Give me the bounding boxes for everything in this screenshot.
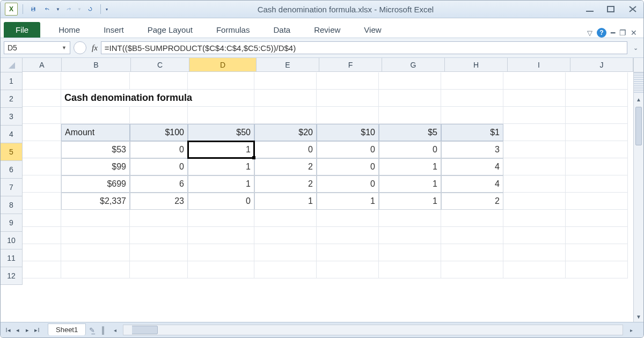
formula-input[interactable]: =INT(($B5-SUMPRODUCT($C$4:C$4,$C5:C5))/D… <box>101 41 627 54</box>
fx-icon[interactable]: fx <box>92 43 98 53</box>
vertical-scrollbar[interactable]: ▲ ▼ <box>633 58 643 322</box>
cell[interactable] <box>441 107 503 124</box>
scroll-thumb[interactable] <box>635 107 642 145</box>
cell[interactable] <box>566 141 628 158</box>
maximize-icon[interactable] <box>605 4 618 14</box>
table-cell[interactable]: 2 <box>254 158 317 175</box>
cell[interactable] <box>188 210 254 227</box>
cell[interactable] <box>317 90 379 107</box>
cell[interactable] <box>23 107 61 124</box>
column-header[interactable]: F <box>319 58 382 72</box>
table-cell[interactable]: 0 <box>317 141 379 158</box>
cell[interactable] <box>379 90 441 107</box>
table-cell[interactable]: $699 <box>61 175 130 193</box>
cell[interactable] <box>566 193 628 210</box>
table-cell[interactable]: 0 <box>317 175 379 193</box>
fill-handle-icon[interactable] <box>252 156 255 159</box>
column-header[interactable]: H <box>445 58 508 72</box>
cell[interactable] <box>441 244 503 261</box>
file-tab[interactable]: File <box>4 22 40 38</box>
table-cell[interactable]: 1 <box>379 193 441 210</box>
cell[interactable] <box>130 227 188 244</box>
row-header[interactable]: 2 <box>1 90 23 108</box>
table-cell[interactable]: 3 <box>441 141 503 158</box>
repeat-icon[interactable] <box>85 4 96 14</box>
cell[interactable] <box>441 210 503 227</box>
undo-icon[interactable] <box>42 4 53 14</box>
table-cell[interactable]: 1 <box>188 175 254 193</box>
cell[interactable] <box>61 210 130 227</box>
cell[interactable] <box>566 107 628 124</box>
cell[interactable] <box>379 107 441 124</box>
cell[interactable] <box>441 90 503 107</box>
formula-bar-expand-icon[interactable]: ⌄ <box>631 45 640 52</box>
horizontal-scrollbar[interactable] <box>123 325 623 335</box>
cell[interactable] <box>379 244 441 261</box>
cell[interactable] <box>379 72 441 90</box>
cell[interactable] <box>61 72 130 90</box>
row-header[interactable]: 12 <box>1 267 23 285</box>
cell[interactable] <box>23 72 61 90</box>
table-cell[interactable]: 1 <box>254 193 317 210</box>
cell[interactable] <box>254 210 317 227</box>
save-icon[interactable] <box>28 4 39 14</box>
table-header-cell[interactable]: $50 <box>188 124 254 141</box>
sheet-last-icon[interactable]: ▸І <box>33 325 41 335</box>
table-cell[interactable]: $53 <box>61 141 130 158</box>
table-cell[interactable]: 1 <box>188 158 254 175</box>
cell[interactable] <box>254 261 317 278</box>
cell[interactable] <box>566 227 628 244</box>
row-header[interactable]: 3 <box>1 108 23 126</box>
cell[interactable] <box>130 210 188 227</box>
cell[interactable] <box>503 90 566 107</box>
workbook-close-icon[interactable]: ✕ <box>631 28 637 37</box>
cell[interactable] <box>23 210 61 227</box>
row-header[interactable]: 8 <box>1 196 23 214</box>
cell[interactable] <box>317 244 379 261</box>
cell[interactable] <box>566 124 628 141</box>
tab-home[interactable]: Home <box>47 22 92 38</box>
cell[interactable] <box>379 210 441 227</box>
cell[interactable] <box>566 210 628 227</box>
cell[interactable] <box>254 90 317 107</box>
cell[interactable] <box>317 261 379 278</box>
row-header[interactable]: 11 <box>1 249 23 267</box>
cell[interactable] <box>61 261 130 278</box>
tab-data[interactable]: Data <box>261 22 302 38</box>
redo-icon[interactable] <box>63 4 74 14</box>
cell[interactable] <box>566 261 628 278</box>
cell[interactable] <box>254 227 317 244</box>
table-cell[interactable]: 2 <box>441 193 503 210</box>
row-header[interactable]: 10 <box>1 232 23 249</box>
cell[interactable] <box>317 72 379 90</box>
row-header[interactable]: 5 <box>1 143 23 161</box>
table-cell[interactable]: 1 <box>317 193 379 210</box>
column-header[interactable]: I <box>508 58 570 72</box>
cell[interactable] <box>566 90 628 107</box>
cell[interactable] <box>23 244 61 261</box>
scroll-down-icon[interactable]: ▼ <box>634 311 643 322</box>
tab-page-layout[interactable]: Page Layout <box>136 22 204 38</box>
table-cell[interactable]: 2 <box>254 175 317 193</box>
cell[interactable] <box>130 72 188 90</box>
cell[interactable] <box>23 141 61 158</box>
scroll-up-icon[interactable]: ▲ <box>634 94 643 105</box>
cell[interactable] <box>254 72 317 90</box>
cell[interactable] <box>23 193 61 210</box>
chevron-down-icon[interactable]: ▼ <box>62 45 67 50</box>
cell[interactable] <box>130 244 188 261</box>
cell[interactable] <box>441 72 503 90</box>
table-cell[interactable]: 0 <box>188 193 254 210</box>
cell[interactable] <box>503 107 566 124</box>
cell[interactable] <box>61 107 130 124</box>
sheet-first-icon[interactable]: І◂ <box>4 325 12 335</box>
cell[interactable] <box>61 244 130 261</box>
row-header[interactable]: 6 <box>1 161 23 179</box>
cell[interactable] <box>23 227 61 244</box>
cancel-formula-icon[interactable] <box>74 41 86 54</box>
table-cell[interactable]: $99 <box>61 158 130 175</box>
cell[interactable] <box>503 158 566 175</box>
split-handle-icon[interactable] <box>634 72 643 94</box>
new-sheet-icon[interactable]: ✎̲ <box>89 326 95 334</box>
minimize-icon[interactable] <box>583 4 596 14</box>
